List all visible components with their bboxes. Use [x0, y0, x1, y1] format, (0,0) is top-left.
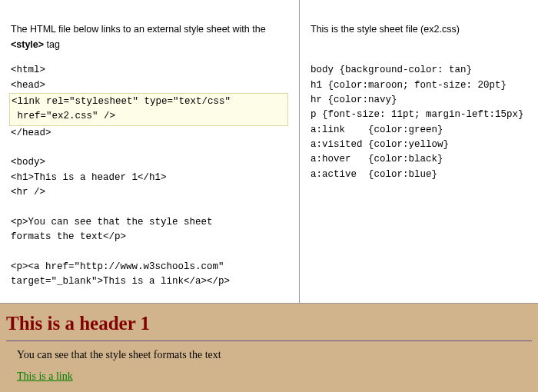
intro-bold: <style>	[11, 39, 44, 50]
code-line: <hr />	[11, 187, 45, 198]
code-line: h1 {color:maroon; font-size: 20pt}	[311, 80, 506, 91]
code-line: <body>	[11, 157, 45, 168]
code-line: <html>	[11, 65, 45, 75]
code-line: <p>You can see that the style sheet	[11, 217, 213, 228]
preview-paragraph: You can see that the style sheet formats…	[17, 349, 538, 361]
css-source-pane: This is the style sheet file (ex2.css) b…	[300, 0, 538, 303]
preview-heading: This is a header 1	[6, 313, 532, 334]
css-intro: This is the style sheet file (ex2.css)	[311, 22, 527, 37]
code-line: hr {color:navy}	[311, 95, 397, 105]
intro-post: tag	[44, 39, 60, 50]
code-line: a:hover {color:black}	[311, 154, 443, 164]
code-line: <head>	[11, 80, 45, 91]
code-line: a:visited {color:yellow}	[311, 139, 449, 150]
code-line: <p><a href="http://www.w3schools.com"	[11, 261, 224, 272]
highlighted-link-tag: <link rel="stylesheet" type="text/css" h…	[9, 93, 288, 126]
code-line: <link rel="stylesheet" type="text/css"	[12, 96, 231, 107]
code-line: p {font-size: 11pt; margin-left:15px}	[311, 109, 524, 120]
code-line: a:link {color:green}	[311, 125, 443, 135]
preview-hr	[6, 341, 532, 341]
code-line: href="ex2.css" />	[12, 111, 115, 121]
preview-link[interactable]: This is a link	[17, 370, 73, 382]
code-line: body {background-color: tan}	[311, 65, 472, 75]
rendered-preview: This is a header 1 You can see that the …	[0, 304, 538, 392]
intro-pre: The HTML file below links to an external…	[11, 24, 266, 35]
code-line: </head>	[11, 128, 51, 138]
code-line: formats the text</p>	[11, 231, 126, 242]
code-panes: The HTML file below links to an external…	[0, 0, 538, 304]
code-line: target="_blank">This is a link</a></p>	[11, 276, 230, 287]
html-intro: The HTML file below links to an external…	[11, 22, 288, 52]
code-line: <h1>This is a header 1</h1>	[11, 172, 167, 183]
html-source-pane: The HTML file below links to an external…	[0, 0, 300, 303]
code-line: a:active {color:blue}	[311, 169, 437, 180]
